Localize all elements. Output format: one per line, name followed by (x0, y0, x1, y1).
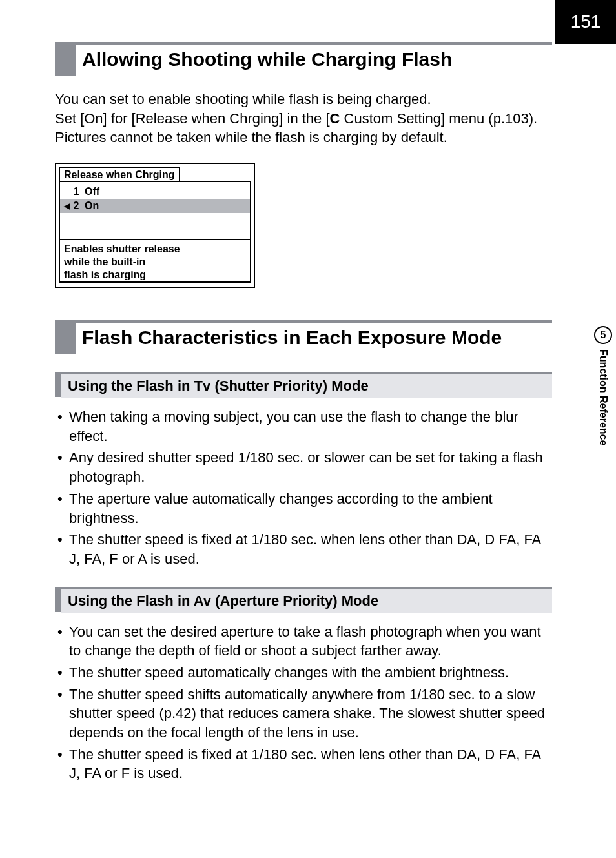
list-item: The shutter speed shifts automatically a… (55, 685, 552, 742)
av-bullet-list: You can set the desired aperture to take… (55, 622, 552, 784)
heading-1-text: Allowing Shooting while Charging Flash (82, 45, 452, 76)
menu-option-on: ◀ 2 On (60, 199, 250, 213)
side-tab-label: Function Reference (597, 349, 609, 445)
heading-1: Allowing Shooting while Charging Flash (55, 42, 552, 76)
tv-mode-icon: Tv (194, 378, 211, 394)
menu-opt2-num: 2 (70, 200, 82, 212)
subheading-accent-bar (55, 374, 61, 397)
para-line1: You can set to enable shooting while fla… (55, 91, 431, 107)
page-number: 151 (555, 0, 616, 44)
side-tab: 5 Function Reference (590, 326, 616, 445)
heading-accent-bar (55, 323, 76, 354)
tv-bullet-list: When taking a moving subject, you can us… (55, 407, 552, 569)
heading-2-text: Flash Characteristics in Each Exposure M… (82, 323, 502, 354)
menu-body: 1 Off ◀ 2 On Enables shutter release whi… (59, 181, 251, 283)
side-tab-number: 5 (594, 326, 612, 344)
subheading-tv: Using the Flash in Tv (Shutter Priority)… (55, 372, 552, 398)
menu-opt2-label: On (82, 200, 99, 212)
list-item: The shutter speed is fixed at 1/180 sec.… (55, 745, 552, 783)
list-item: The aperture value automatically changes… (55, 489, 552, 527)
menu-desc-l1: Enables shutter release (64, 243, 180, 254)
list-item: When taking a moving subject, you can us… (55, 407, 552, 445)
menu-spacer (60, 213, 250, 239)
subheading-av: Using the Flash in Av (Aperture Priority… (55, 587, 552, 613)
triangle-left-icon: ◀ (64, 201, 70, 210)
heading-2: Flash Characteristics in Each Exposure M… (55, 320, 552, 354)
menu-screenshot: Release when Chrging 1 Off ◀ 2 On Enable… (55, 163, 255, 288)
list-item: The shutter speed automatically changes … (55, 663, 552, 682)
subheading-tv-b: (Shutter Priority) Mode (210, 378, 368, 394)
subheading-tv-text: Using the Flash in Tv (Shutter Priority)… (61, 374, 552, 398)
menu-desc-l3: flash is charging (64, 269, 146, 280)
content-area: Allowing Shooting while Charging Flash Y… (55, 19, 552, 786)
menu-description: Enables shutter release while the built-… (60, 239, 250, 281)
list-item: Any desired shutter speed 1/180 sec. or … (55, 448, 552, 486)
list-item: You can set the desired aperture to take… (55, 622, 552, 660)
menu-desc-l2: while the built-in (64, 256, 145, 267)
subheading-av-text: Using the Flash in Av (Aperture Priority… (61, 589, 552, 613)
menu-opt1-label: Off (82, 186, 99, 198)
subheading-tv-a: Using the Flash in (68, 378, 194, 394)
menu-option-off: 1 Off (60, 185, 250, 199)
subheading-accent-bar (55, 589, 61, 612)
heading-accent-bar (55, 45, 76, 76)
page: 151 5 Function Reference Allowing Shooti… (0, 0, 616, 858)
menu-opt1-num: 1 (70, 186, 82, 198)
menu-title-tab: Release when Chrging (59, 167, 180, 181)
para-line2a: Set [On] for [Release when Chrging] in t… (55, 110, 330, 127)
custom-menu-icon: C (330, 110, 340, 127)
list-item: The shutter speed is fixed at 1/180 sec.… (55, 530, 552, 568)
intro-paragraph: You can set to enable shooting while fla… (55, 90, 552, 147)
